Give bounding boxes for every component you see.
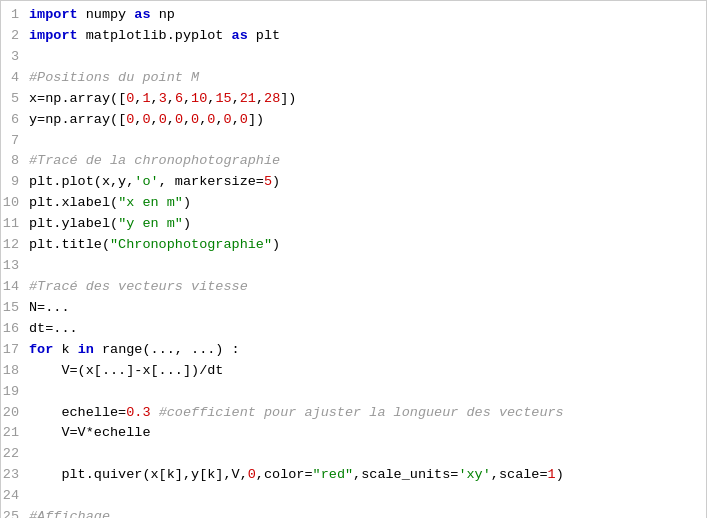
token-plain: , <box>183 91 191 106</box>
code-line: 7 <box>1 131 706 152</box>
line-number: 12 <box>1 235 29 256</box>
code-line: 11plt.ylabel("y en m") <box>1 214 706 235</box>
token-number: 0.3 <box>126 405 150 420</box>
token-number: 3 <box>159 91 167 106</box>
code-line: 25#Affichage <box>1 507 706 518</box>
token-kw: as <box>134 7 150 22</box>
code-text: plt.quiver(x[k],y[k],V,0,color="red",sca… <box>29 465 698 486</box>
code-text: V=V*echelle <box>29 423 698 444</box>
code-line: 9plt.plot(x,y,'o', markersize=5) <box>1 172 706 193</box>
code-line: 21 V=V*echelle <box>1 423 706 444</box>
token-number: 1 <box>142 91 150 106</box>
token-string: 'xy' <box>458 467 490 482</box>
token-plain: , <box>167 112 175 127</box>
token-plain: ]) <box>280 91 296 106</box>
token-plain: , <box>232 112 240 127</box>
token-plain: ]) <box>248 112 264 127</box>
code-line: 6y=np.array([0,0,0,0,0,0,0,0]) <box>1 110 706 131</box>
code-text: plt.title("Chronophotographie") <box>29 235 698 256</box>
token-number: 15 <box>215 91 231 106</box>
code-text: #Affichage <box>29 507 698 518</box>
line-number: 6 <box>1 110 29 131</box>
token-kw: in <box>78 342 94 357</box>
code-text: x=np.array([0,1,3,6,10,15,21,28]) <box>29 89 698 110</box>
code-text: #Tracé des vecteurs vitesse <box>29 277 698 298</box>
line-number: 1 <box>1 5 29 26</box>
code-line: 20 echelle=0.3 #coefficient pour ajuster… <box>1 403 706 424</box>
token-plain: ,scale_units= <box>353 467 458 482</box>
token-plain: , <box>167 91 175 106</box>
code-line: 5x=np.array([0,1,3,6,10,15,21,28]) <box>1 89 706 110</box>
line-number: 9 <box>1 172 29 193</box>
token-plain: ,scale= <box>491 467 548 482</box>
token-comment: #Tracé de la chronophotographie <box>29 153 280 168</box>
token-plain: ,color= <box>256 467 313 482</box>
token-plain: , markersize= <box>159 174 264 189</box>
line-number: 22 <box>1 444 29 465</box>
token-comment: #coefficient pour ajuster la longueur de… <box>159 405 564 420</box>
token-string: "x en m" <box>118 195 183 210</box>
token-plain: numpy <box>78 7 135 22</box>
token-plain: plt.title( <box>29 237 110 252</box>
token-plain: plt.ylabel( <box>29 216 118 231</box>
token-number: 28 <box>264 91 280 106</box>
token-plain: ) <box>272 174 280 189</box>
token-plain: , <box>183 112 191 127</box>
token-plain: ) <box>183 195 191 210</box>
token-plain: ) <box>556 467 564 482</box>
token-plain: N=... <box>29 300 70 315</box>
token-number: 5 <box>264 174 272 189</box>
token-string: "red" <box>313 467 354 482</box>
token-number: 0 <box>175 112 183 127</box>
code-text: import matplotlib.pyplot as plt <box>29 26 698 47</box>
code-line: 10plt.xlabel("x en m") <box>1 193 706 214</box>
token-number: 0 <box>224 112 232 127</box>
token-string: 'o' <box>134 174 158 189</box>
token-plain: , <box>151 112 159 127</box>
line-number: 25 <box>1 507 29 518</box>
token-number: 21 <box>240 91 256 106</box>
token-comment: #Positions du point M <box>29 70 199 85</box>
code-line: 19 <box>1 382 706 403</box>
code-text: plt.plot(x,y,'o', markersize=5) <box>29 172 698 193</box>
token-string: "y en m" <box>118 216 183 231</box>
code-line: 16dt=... <box>1 319 706 340</box>
code-line: 15N=... <box>1 298 706 319</box>
line-number: 11 <box>1 214 29 235</box>
code-line: 4#Positions du point M <box>1 68 706 89</box>
line-number: 16 <box>1 319 29 340</box>
code-text: N=... <box>29 298 698 319</box>
token-plain: V=(x[...]-x[...])/dt <box>29 363 223 378</box>
code-line: 1import numpy as np <box>1 5 706 26</box>
line-number: 14 <box>1 277 29 298</box>
token-kw: for <box>29 342 53 357</box>
code-line: 24 <box>1 486 706 507</box>
code-editor: 1import numpy as np2import matplotlib.py… <box>0 0 707 518</box>
code-line: 22 <box>1 444 706 465</box>
token-plain: , <box>256 91 264 106</box>
token-plain: plt <box>248 28 280 43</box>
code-line: 8#Tracé de la chronophotographie <box>1 151 706 172</box>
token-number: 0 <box>142 112 150 127</box>
token-plain: matplotlib.pyplot <box>78 28 232 43</box>
token-number: 0 <box>159 112 167 127</box>
line-number: 21 <box>1 423 29 444</box>
line-number: 4 <box>1 68 29 89</box>
token-plain: x=np.array( <box>29 91 118 106</box>
token-number: 0 <box>191 112 199 127</box>
code-text: plt.ylabel("y en m") <box>29 214 698 235</box>
token-number: 0 <box>248 467 256 482</box>
line-number: 23 <box>1 465 29 486</box>
line-number: 10 <box>1 193 29 214</box>
code-text: V=(x[...]-x[...])/dt <box>29 361 698 382</box>
line-number: 24 <box>1 486 29 507</box>
code-line: 14#Tracé des vecteurs vitesse <box>1 277 706 298</box>
token-plain: ) <box>272 237 280 252</box>
token-string: "Chronophotographie" <box>110 237 272 252</box>
code-line: 23 plt.quiver(x[k],y[k],V,0,color="red",… <box>1 465 706 486</box>
code-text: for k in range(..., ...) : <box>29 340 698 361</box>
line-number: 15 <box>1 298 29 319</box>
code-line: 2import matplotlib.pyplot as plt <box>1 26 706 47</box>
line-number: 2 <box>1 26 29 47</box>
code-line: 12plt.title("Chronophotographie") <box>1 235 706 256</box>
